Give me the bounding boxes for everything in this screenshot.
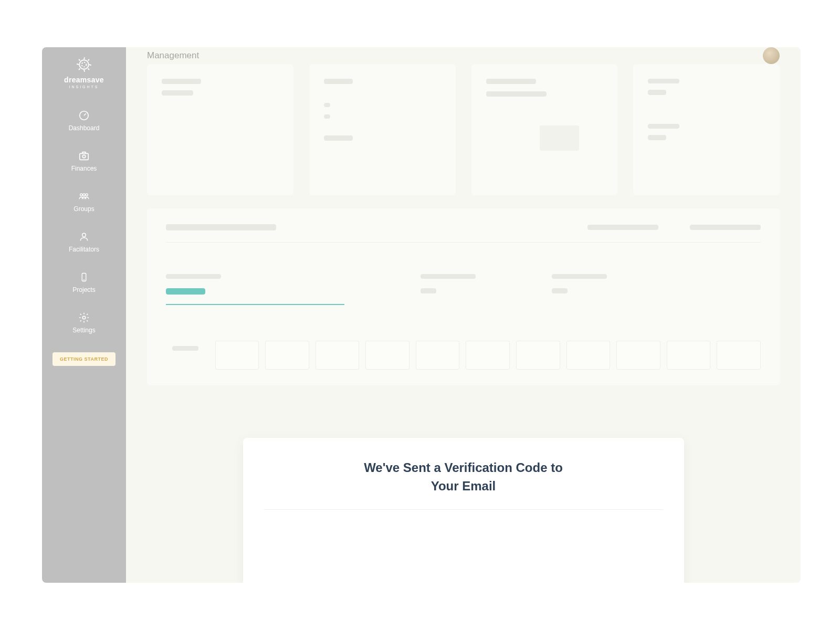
bottom-cell (365, 341, 410, 370)
bottom-cell (516, 341, 560, 370)
bottom-cell (265, 341, 309, 370)
brand-gear-icon (76, 57, 92, 72)
svg-point-11 (82, 316, 86, 319)
svg-point-4 (82, 155, 86, 158)
sidebar: dreamsave INSIGHTS Dashboard Finances (42, 47, 126, 583)
bottom-cell (416, 341, 460, 370)
detail-card (147, 208, 780, 385)
brand-logo-block: dreamsave INSIGHTS (64, 57, 104, 89)
sidebar-nav: Dashboard Finances Groups (42, 110, 126, 334)
summary-card-row (147, 64, 780, 195)
skeleton-line (648, 124, 679, 129)
skeleton-box (540, 125, 579, 151)
sidebar-item-facilitators[interactable]: Facilitators (69, 231, 99, 253)
skeleton-line (324, 103, 330, 107)
detail-card-header (166, 224, 761, 243)
svg-point-8 (82, 233, 86, 237)
skeleton-label (421, 274, 476, 279)
topbar: Management (126, 47, 801, 64)
svg-point-7 (86, 194, 88, 196)
bottom-cell (316, 341, 360, 370)
bottom-cell (166, 341, 209, 370)
stat-col (166, 274, 344, 305)
page-title: Management (147, 50, 199, 61)
skeleton-value (421, 288, 436, 293)
page-content: We've Sent a Verification Code to Your E… (126, 64, 801, 583)
sidebar-item-label: Facilitators (69, 246, 99, 253)
app-container: dreamsave INSIGHTS Dashboard Finances (42, 47, 801, 583)
svg-point-0 (82, 62, 87, 67)
skeleton-line (172, 346, 198, 351)
sidebar-item-label: Finances (71, 165, 97, 172)
sidebar-item-finances[interactable]: Finances (71, 150, 97, 172)
svg-point-6 (83, 194, 85, 196)
skeleton-line (648, 135, 666, 140)
bottom-cell (566, 341, 611, 370)
user-icon (78, 231, 90, 243)
bottom-cell (215, 341, 259, 370)
skeleton-line (162, 79, 201, 84)
modal-title: We've Sent a Verification Code to Your E… (359, 459, 569, 496)
skeleton-label (552, 274, 607, 279)
main-area: Management (126, 47, 801, 583)
skeleton-line (690, 225, 761, 230)
skeleton-value (166, 288, 205, 295)
skeleton-label (166, 274, 221, 279)
svg-point-1 (79, 60, 89, 69)
skeleton-title (166, 224, 276, 230)
sidebar-item-projects[interactable]: Projects (72, 271, 95, 293)
sidebar-item-groups[interactable]: Groups (74, 191, 94, 213)
stat-col (552, 274, 607, 305)
modal-divider (264, 509, 663, 510)
summary-card (471, 64, 618, 195)
bottom-cell (717, 341, 761, 370)
summary-card (309, 64, 456, 195)
users-icon (78, 191, 90, 202)
skeleton-line (486, 91, 547, 97)
summary-card (147, 64, 293, 195)
sidebar-item-label: Settings (72, 327, 95, 334)
stat-col (421, 274, 476, 305)
stat-row (166, 243, 761, 316)
skeleton-line (162, 90, 193, 96)
sidebar-item-label: Groups (74, 205, 94, 213)
skeleton-line (486, 79, 536, 84)
gear-icon (78, 312, 90, 323)
bottom-cell (466, 341, 510, 370)
gauge-icon (78, 110, 90, 121)
sidebar-item-settings[interactable]: Settings (72, 312, 95, 334)
brand-name: dreamsave (64, 76, 104, 84)
getting-started-button[interactable]: GETTING STARTED (52, 352, 116, 366)
bottom-row (166, 341, 761, 370)
bottom-cell (616, 341, 660, 370)
header-right-group (587, 225, 761, 230)
skeleton-line (324, 114, 330, 119)
skeleton-line (324, 79, 353, 84)
phone-icon (78, 271, 90, 283)
camera-icon (78, 150, 90, 162)
skeleton-line (648, 79, 679, 83)
sidebar-item-dashboard[interactable]: Dashboard (69, 110, 100, 132)
verification-modal: We've Sent a Verification Code to Your E… (243, 438, 684, 583)
sidebar-item-label: Dashboard (69, 124, 100, 132)
sidebar-item-label: Projects (72, 286, 95, 293)
skeleton-value (552, 288, 568, 293)
summary-card (633, 64, 780, 195)
skeleton-line (648, 90, 666, 95)
bottom-cell (667, 341, 711, 370)
svg-rect-3 (80, 153, 89, 160)
brand-subtitle: INSIGHTS (69, 85, 99, 89)
avatar[interactable] (763, 47, 780, 64)
skeleton-line (324, 135, 353, 141)
svg-point-5 (80, 194, 82, 196)
skeleton-line (587, 225, 658, 230)
